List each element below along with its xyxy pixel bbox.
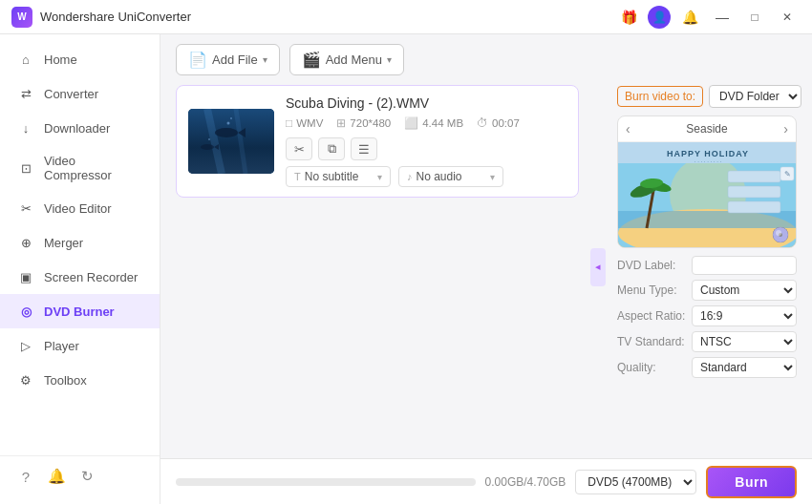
- menu-type-select[interactable]: Custom: [692, 280, 797, 301]
- add-menu-label: Add Menu: [326, 52, 382, 67]
- toolbar: 📄 Add File ▾ 🎬 Add Menu ▾: [160, 34, 812, 85]
- preview-title: Seaside: [686, 122, 727, 136]
- sidebar-item-converter[interactable]: ⇄ Converter: [0, 76, 160, 111]
- content-area: 📄 Add File ▾ 🎬 Add Menu ▾: [160, 34, 812, 504]
- svg-text:HAPPY HOLIDAY: HAPPY HOLIDAY: [667, 149, 749, 158]
- help-icon[interactable]: ?: [15, 466, 36, 487]
- file-size-value: 4.44 MB: [422, 117, 463, 129]
- user-icon[interactable]: 👤: [648, 6, 671, 29]
- subtitle-chevron: ▾: [377, 172, 382, 182]
- svg-rect-13: [618, 211, 796, 228]
- sidebar-label-video-editor: Video Editor: [44, 201, 112, 216]
- toolbox-icon: ⚙: [17, 371, 34, 388]
- add-file-label: Add File: [212, 52, 258, 67]
- maximize-button[interactable]: □: [741, 4, 768, 31]
- aspect-ratio-label: Aspect Ratio:: [617, 309, 685, 323]
- svg-point-9: [208, 138, 210, 140]
- sidebar-label-dvd-burner: DVD Burner: [44, 304, 115, 319]
- thumbnail-scene: [188, 109, 274, 174]
- aspect-ratio-select[interactable]: 16:9: [692, 305, 797, 326]
- collapse-panel-button[interactable]: ◂: [590, 248, 606, 286]
- sidebar-label-home: Home: [44, 52, 77, 67]
- list-button[interactable]: ☰: [351, 137, 377, 160]
- home-icon: ⌂: [17, 51, 34, 68]
- add-menu-icon: 🎬: [302, 51, 321, 69]
- dvd-label-label: DVD Label:: [617, 259, 675, 272]
- sidebar-label-player: Player: [44, 339, 79, 353]
- audio-chevron: ▾: [490, 172, 495, 182]
- subtitle-icon: T: [294, 171, 301, 182]
- minimize-button[interactable]: —: [709, 4, 736, 31]
- video-editor-icon: ✂: [17, 200, 34, 217]
- sidebar-item-dvd-burner[interactable]: ◎ DVD Burner: [0, 294, 160, 328]
- file-resolution-value: 720*480: [350, 117, 391, 129]
- file-list: Scuba Diving - (2).WMV □ WMV ⊞ 720*480: [176, 85, 579, 449]
- titlebar-controls: 🎁 👤 🔔 — □ ✕: [615, 4, 801, 31]
- file-action-buttons: ✂ ⧉ ☰: [286, 137, 566, 160]
- sidebar-label-downloader: Downloader: [44, 121, 110, 136]
- add-file-chevron: ▾: [263, 54, 267, 65]
- close-button[interactable]: ✕: [774, 4, 801, 31]
- preview-card: ‹ Seaside ›: [617, 116, 797, 248]
- burn-button[interactable]: Burn: [706, 466, 797, 498]
- file-resolution: ⊞ 720*480: [336, 116, 391, 130]
- gift-icon[interactable]: 🎁: [615, 4, 642, 31]
- sidebar-item-player[interactable]: ▷ Player: [0, 328, 160, 363]
- svg-point-5: [201, 144, 214, 150]
- sidebar-label-video-compressor: Video Compressor: [44, 154, 142, 182]
- refresh-icon[interactable]: ↻: [76, 466, 97, 487]
- audio-label: No audio: [417, 170, 462, 183]
- progress-bar: [176, 478, 476, 486]
- sidebar-item-downloader[interactable]: ↓ Downloader: [0, 111, 160, 145]
- dvd-label-input[interactable]: [692, 256, 797, 275]
- dvd-format-select-wrap: DVD5 (4700MB): [575, 470, 696, 494]
- audio-dropdown[interactable]: ♪ No audio ▾: [398, 166, 503, 187]
- sidebar-item-screen-recorder[interactable]: ▣ Screen Recorder: [0, 260, 160, 294]
- app-logo: W: [11, 7, 32, 28]
- notification-icon[interactable]: 🔔: [46, 466, 67, 487]
- tv-standard-label: TV Standard:: [617, 335, 685, 348]
- player-icon: ▷: [17, 337, 34, 354]
- burn-to-select[interactable]: DVD Folder: [709, 85, 801, 108]
- sidebar-label-converter: Converter: [44, 87, 98, 101]
- resolution-icon: ⊞: [336, 116, 346, 130]
- burn-to-label: Burn video to:: [617, 86, 703, 107]
- sidebar-item-home[interactable]: ⌂ Home: [0, 42, 160, 76]
- right-panel: Burn video to: DVD Folder ‹ Seaside ›: [617, 85, 797, 449]
- svg-point-27: [776, 230, 781, 236]
- svg-point-8: [230, 117, 232, 119]
- sidebar-item-video-editor[interactable]: ✂ Video Editor: [0, 191, 160, 225]
- sidebar-item-merger[interactable]: ⊕ Merger: [0, 225, 160, 260]
- sidebar-item-toolbox[interactable]: ⚙ Toolbox: [0, 363, 160, 397]
- sidebar-item-video-compressor[interactable]: ⊡ Video Compressor: [0, 145, 160, 191]
- svg-rect-21: [728, 171, 780, 182]
- cut-button[interactable]: ✂: [286, 137, 312, 160]
- preview-next-button[interactable]: ›: [783, 121, 788, 136]
- duration-icon: ⏱: [477, 116, 488, 130]
- quality-row: Quality: Standard: [617, 357, 797, 378]
- storage-info: 0.00GB/4.70GB: [485, 475, 566, 489]
- subtitle-label: No subtitle: [305, 170, 359, 183]
- add-file-button[interactable]: 📄 Add File ▾: [176, 44, 280, 75]
- downloader-icon: ↓: [17, 119, 34, 136]
- svg-rect-22: [728, 186, 780, 198]
- app-title: Wondershare UniConverter: [40, 10, 191, 24]
- quality-select[interactable]: Standard: [692, 357, 797, 378]
- file-meta: □ WMV ⊞ 720*480 ⬜ 4.44 MB: [286, 116, 566, 130]
- dvd-burner-icon: ◎: [17, 303, 34, 320]
- file-info: Scuba Diving - (2).WMV □ WMV ⊞ 720*480: [286, 95, 566, 187]
- file-name: Scuba Diving - (2).WMV: [286, 95, 566, 111]
- preview-prev-button[interactable]: ‹: [626, 121, 630, 136]
- menu-type-label: Menu Type:: [617, 284, 676, 297]
- copy-button[interactable]: ⧉: [318, 137, 345, 160]
- add-menu-button[interactable]: 🎬 Add Menu ▾: [289, 44, 404, 75]
- tv-standard-select[interactable]: NTSC: [692, 331, 797, 352]
- file-size: ⬜ 4.44 MB: [404, 116, 463, 130]
- subtitle-dropdown[interactable]: T No subtitle ▾: [286, 166, 391, 187]
- file-format: □ WMV: [286, 116, 323, 130]
- tv-standard-row: TV Standard: NTSC: [617, 331, 797, 352]
- dvd-format-select[interactable]: DVD5 (4700MB): [576, 471, 695, 494]
- svg-point-7: [227, 122, 230, 125]
- bell-icon[interactable]: 🔔: [676, 4, 703, 31]
- audio-icon: ♪: [407, 171, 413, 182]
